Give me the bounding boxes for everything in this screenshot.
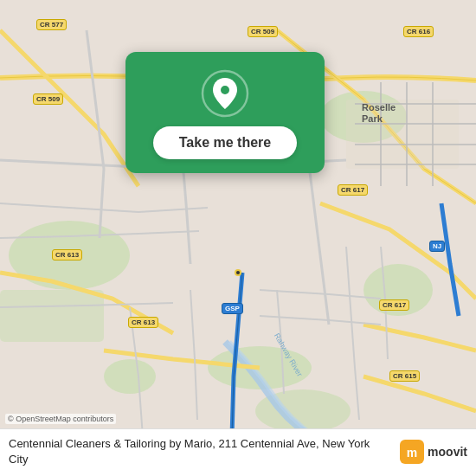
road-badge-nj: NJ [429, 241, 445, 252]
place-label-roselle-park: RosellePark [362, 102, 396, 125]
road-badge-cr615: CR 615 [389, 370, 420, 382]
svg-point-19 [221, 86, 229, 94]
moovit-logo: m moovit [400, 440, 467, 464]
road-badge-cr617-mid: CR 617 [338, 184, 368, 196]
road-badge-cr617-bot: CR 617 [379, 299, 409, 311]
bottom-bar: Centennial Cleaners & Tailoring by Mario… [0, 428, 476, 476]
location-card: Take me there [125, 52, 325, 173]
svg-point-5 [104, 359, 156, 394]
road-badge-cr613-bot: CR 613 [128, 317, 158, 328]
moovit-text: moovit [428, 445, 467, 459]
road-badge-cr577: CR 577 [36, 19, 67, 30]
road-badge-cr616: CR 616 [403, 26, 434, 37]
moovit-icon: m [400, 440, 424, 464]
road-badge-gsp: GSP [222, 303, 243, 314]
business-info: Centennial Cleaners & Tailoring by Mario… [9, 436, 391, 467]
svg-text:m: m [407, 446, 417, 460]
business-name: Centennial Cleaners & Tailoring by Mario… [9, 436, 391, 467]
road-badge-cr613-left: CR 613 [52, 249, 82, 261]
take-me-there-button[interactable]: Take me there [153, 126, 297, 159]
location-pin-icon [201, 69, 249, 118]
osm-attribution: © OpenStreetMap contributors [5, 414, 116, 424]
road-badge-cr509-top: CR 509 [248, 26, 278, 37]
map-container: CR 577 CR 509 CR 509 CR 616 CR 617 CR 61… [0, 0, 476, 476]
svg-point-17 [236, 271, 240, 274]
svg-rect-6 [0, 290, 104, 342]
road-badge-cr509-left: CR 509 [33, 93, 63, 105]
